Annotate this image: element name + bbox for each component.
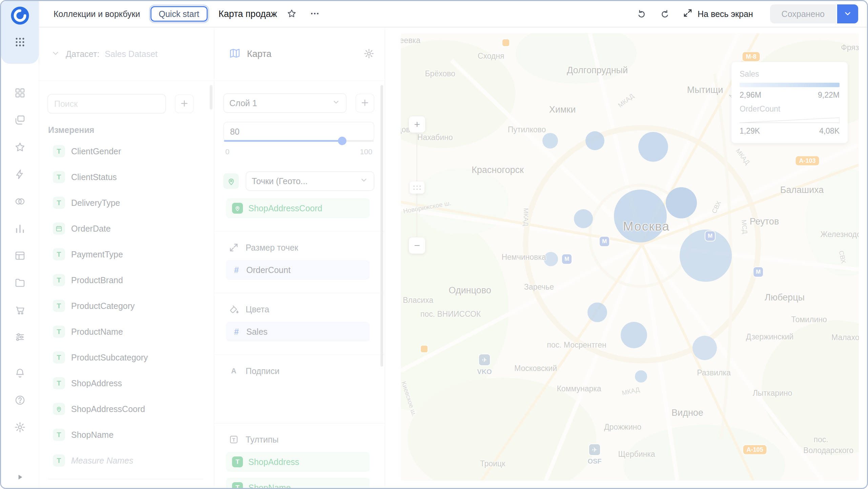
nav-connections[interactable] xyxy=(11,165,29,184)
point-size-field-area: #OrderCount xyxy=(226,260,370,280)
nav-charts[interactable] xyxy=(11,219,29,238)
road-badge: М-8 xyxy=(743,52,760,61)
field-type-text-icon: T xyxy=(53,145,65,157)
field-type-number-icon: # xyxy=(232,326,241,337)
favorite-star-button[interactable] xyxy=(283,5,300,22)
dataset-field-shopname[interactable]: TShopName xyxy=(39,422,214,448)
opacity-slider[interactable] xyxy=(224,140,374,142)
folder-icon xyxy=(14,277,26,290)
map-canvas[interactable]: СходняБрёховоАндреевкаФрязиноДолгопрудны… xyxy=(401,33,859,481)
nav-services[interactable] xyxy=(11,328,29,347)
opacity-slider-knob[interactable] xyxy=(338,137,347,145)
rail-bottom xyxy=(1,364,39,437)
quick-start-button[interactable]: Quick start xyxy=(150,6,208,22)
geopoint-icon xyxy=(223,173,239,189)
dataset-field-shopaddresscoord[interactable]: ShopAddressCoord xyxy=(39,396,214,422)
field-type-text-icon: T xyxy=(53,351,65,364)
chevron-down-icon xyxy=(843,9,852,19)
dataset-field-deliverytype[interactable]: TDeliveryType xyxy=(39,190,214,216)
nav-datasets[interactable] xyxy=(11,192,29,211)
save-split-button: Сохранено xyxy=(770,4,858,23)
play-icon xyxy=(16,477,24,483)
dataset-field-paymenttype[interactable]: TPaymentType xyxy=(39,241,214,267)
field-chip-ordercount[interactable]: #OrderCount xyxy=(226,260,370,280)
plus-icon xyxy=(360,98,370,109)
add-layer-button[interactable] xyxy=(355,94,374,113)
config-scrollbar[interactable] xyxy=(380,85,383,367)
field-chip-shopaddresscoord[interactable]: ShopAddressCoord xyxy=(226,198,370,218)
field-type-text-icon: T xyxy=(232,482,243,488)
page-title: Карта продаж xyxy=(219,9,277,19)
zoom-slider-handle[interactable] xyxy=(410,181,425,194)
redo-button[interactable] xyxy=(656,5,673,22)
dataset-field-measure-names[interactable]: TMeasure Names xyxy=(39,448,214,473)
help[interactable] xyxy=(11,391,29,410)
circles-icon xyxy=(14,196,26,208)
nav-marketplace[interactable] xyxy=(11,301,29,320)
dataset-field-clientgender[interactable]: TClientGender xyxy=(39,138,214,164)
dataset-field-productcategory[interactable]: TProductCategory xyxy=(39,293,214,319)
colors-field-area: #Sales xyxy=(226,322,370,341)
undo-button[interactable] xyxy=(633,5,650,22)
cart-icon xyxy=(14,304,26,317)
svg-text:A: A xyxy=(231,367,236,375)
dataset-field-shopaddress[interactable]: TShopAddress xyxy=(39,370,214,396)
labels-drop-zone[interactable] xyxy=(214,376,385,410)
collapse-panel-button[interactable] xyxy=(16,473,24,483)
road-badge: А-103 xyxy=(795,156,819,165)
section-title-tooltips: Тултипы xyxy=(246,435,278,445)
field-chip-sales[interactable]: #Sales xyxy=(226,322,370,341)
saved-button[interactable]: Сохранено xyxy=(770,4,836,23)
expand-icon xyxy=(683,8,693,20)
geotype-select[interactable]: Точки (Геото... xyxy=(246,171,374,191)
bell-icon xyxy=(14,367,26,380)
dataset-field-productname[interactable]: TProductName xyxy=(39,319,214,345)
nav-files[interactable] xyxy=(11,274,29,293)
nav-favorites[interactable] xyxy=(11,138,29,157)
chart-settings-button[interactable] xyxy=(364,48,374,60)
dataset-field-productsubcategory[interactable]: TProductSubcategory xyxy=(39,345,214,370)
airport-icon: ✈ xyxy=(589,444,600,455)
field-type-text-icon: T xyxy=(53,326,65,338)
resize-icon xyxy=(229,242,239,253)
dataset-name[interactable]: Sales Dataset xyxy=(105,49,158,59)
road-marker xyxy=(502,39,509,46)
save-menu-button[interactable] xyxy=(837,4,858,23)
legend-size-wedge xyxy=(740,117,840,124)
field-chip-shopname[interactable]: TShopName xyxy=(226,478,370,488)
notifications[interactable] xyxy=(11,364,29,383)
settings[interactable] xyxy=(11,418,29,437)
dataset-field-orderdate[interactable]: OrderDate xyxy=(39,216,214,241)
zoom-out-button[interactable]: − xyxy=(409,237,425,254)
app-switcher-button[interactable] xyxy=(11,33,29,52)
zoom-in-button[interactable]: + xyxy=(409,116,425,133)
app-window: Коллекции и воркбуки Quick start Карта п… xyxy=(0,0,868,489)
field-type-text-icon: T xyxy=(53,454,65,467)
legend-ordercount-min: 1,29K xyxy=(740,126,760,136)
datalens-logo[interactable] xyxy=(10,6,30,25)
field-chip-shopaddress[interactable]: TShopAddress xyxy=(226,452,370,472)
field-type-date-icon xyxy=(53,222,65,235)
field-type-geo-icon xyxy=(53,403,65,415)
field-search-input[interactable] xyxy=(47,94,166,114)
redo-icon xyxy=(660,8,670,20)
metro-badge: М xyxy=(753,267,763,277)
field-type-geo-icon xyxy=(232,203,243,214)
nav-collections[interactable] xyxy=(11,111,29,130)
fullscreen-button[interactable]: На весь экран xyxy=(683,8,753,20)
dataset-header[interactable]: Датасет: Sales Dataset xyxy=(39,27,214,81)
opacity-max: 100 xyxy=(360,148,372,156)
left-rail xyxy=(1,1,39,488)
more-menu-button[interactable] xyxy=(306,5,323,22)
dataset-field-clientstatus[interactable]: TClientStatus xyxy=(39,164,214,190)
nav-dashboards[interactable] xyxy=(11,247,29,266)
dataset-field-productbrand[interactable]: TProductBrand xyxy=(39,267,214,293)
add-field-button[interactable] xyxy=(175,94,194,113)
dataset-scrollbar[interactable] xyxy=(210,85,212,110)
rail-logo-area xyxy=(1,1,39,64)
nav-recent[interactable] xyxy=(11,84,29,103)
layer-select[interactable]: Слой 1 xyxy=(223,93,347,113)
breadcrumb[interactable]: Коллекции и воркбуки xyxy=(54,9,140,19)
field-type-text-icon: T xyxy=(53,429,65,441)
road-marker xyxy=(421,346,428,352)
